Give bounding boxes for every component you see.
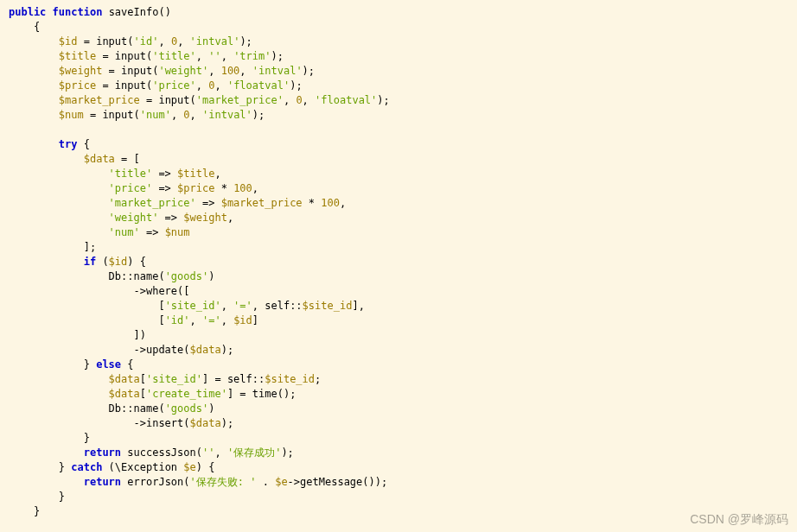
code-line: return successJson('', '保存成功'); xyxy=(9,446,294,459)
code-line: } xyxy=(9,505,40,517)
code-line: $title = input('title', '', 'trim'); xyxy=(9,50,284,62)
code-line: } else { xyxy=(9,358,134,370)
code-line: ['id', '=', $id] xyxy=(9,314,258,326)
code-line: Db::name('goods') xyxy=(9,402,214,415)
code-line: $price = input('price', 0, 'floatval'); xyxy=(9,79,303,92)
watermark: CSDN @罗峰源码 xyxy=(690,512,788,527)
code-line: 'weight' => $weight, xyxy=(9,212,233,224)
code-line: $market_price = input('market_price', 0,… xyxy=(9,94,390,106)
code-line: $data['create_time'] = time(); xyxy=(9,388,296,400)
code-line: 'price' => $price * 100, xyxy=(9,182,258,194)
code-line: return errorJson('保存失败: ' . $e->getMessa… xyxy=(9,476,387,488)
code-line: Db::name('goods') xyxy=(9,270,214,282)
code-line: public function saveInfo() xyxy=(9,6,171,18)
code-line: $weight = input('weight', 100, 'intval')… xyxy=(9,65,315,77)
code-line: ]; xyxy=(9,241,96,253)
code-line: $data['site_id'] = self::$site_id; xyxy=(9,373,321,385)
code-block: public function saveInfo() { $id = input… xyxy=(9,5,797,519)
code-line: $data = [ xyxy=(9,153,140,165)
code-line: ]) xyxy=(9,329,146,341)
code-line: 'num' => $num xyxy=(9,226,190,238)
code-line: 'title' => $title, xyxy=(9,168,221,180)
code-line: ->where([ xyxy=(9,285,190,297)
code-line: try { xyxy=(9,138,90,150)
code-line: $num = input('num', 0, 'intval'); xyxy=(9,109,265,121)
code-line: $id = input('id', 0, 'intval'); xyxy=(9,35,252,48)
code-line: { xyxy=(9,21,40,33)
code-line: 'market_price' => $market_price * 100, xyxy=(9,197,346,209)
code-line: ->update($data); xyxy=(9,344,233,356)
code-line: } xyxy=(9,432,90,444)
code-line: if ($id) { xyxy=(9,256,146,268)
code-line: ['site_id', '=', self::$site_id], xyxy=(9,300,365,312)
code-line: ->insert($data); xyxy=(9,417,233,429)
code-line: } catch (\Exception $e) { xyxy=(9,461,214,473)
code-line: } xyxy=(9,491,65,503)
